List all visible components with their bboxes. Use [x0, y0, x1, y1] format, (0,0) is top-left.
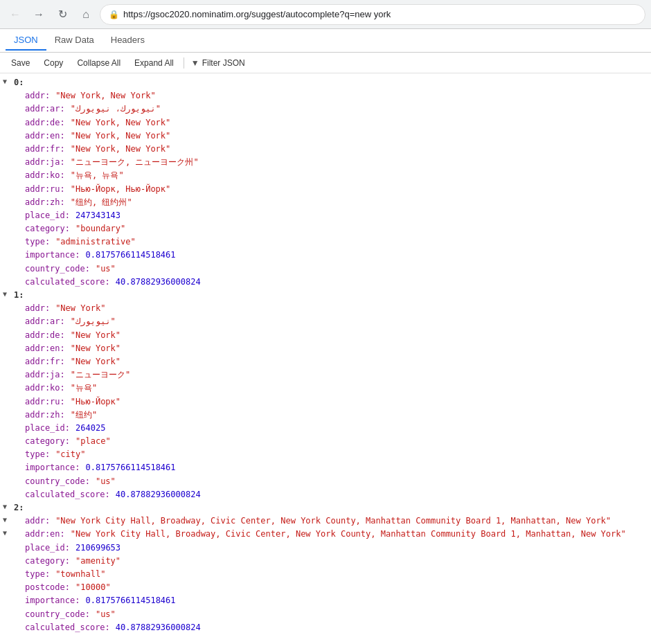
json-field-line: addr:ko:"뉴욕, 뉴욕"	[0, 169, 651, 182]
json-field-line: addr:ja:"ニューヨーク, ニューヨーク州"	[0, 156, 651, 169]
index-line: ▼1:	[0, 289, 651, 302]
copy-button[interactable]: Copy	[38, 57, 69, 69]
tab-headers[interactable]: Headers	[102, 30, 153, 51]
json-field-line: importance:0.8175766114518461	[0, 249, 651, 262]
json-field-line: ▼addr:"New York City Hall, Broadway, Civ…	[0, 515, 651, 528]
json-field-line: category:"boundary"	[0, 222, 651, 235]
json-field-line: addr:zh:"纽约, 纽约州"	[0, 196, 651, 209]
browser-toolbar: ← → ↻ ⌂ 🔒 https://gsoc2020.nominatim.org…	[0, 0, 651, 29]
json-field-line: type:"townhall"	[0, 568, 651, 581]
toggle-arrow[interactable]: ▼	[3, 501, 14, 515]
json-field-line: addr:ja:"ニューヨーク"	[0, 368, 651, 382]
filter-icon: ▼	[191, 58, 199, 68]
json-field-line: importance:0.8175766114518461	[0, 461, 651, 474]
address-bar[interactable]: 🔒 https://gsoc2020.nominatim.org/suggest…	[100, 4, 645, 25]
separator	[184, 57, 184, 69]
json-content[interactable]: ▼0:addr:"New York, New York"addr:ar:"نيو…	[0, 73, 651, 644]
json-tabs: JSON Raw Data Headers	[0, 29, 651, 53]
json-field-line: addr:de:"New York, New York"	[0, 116, 651, 129]
toggle-arrow[interactable]: ▼	[3, 289, 14, 302]
json-field-line: category:"place"	[0, 435, 651, 448]
json-field-line: addr:ru:"Нью-Йорк"	[0, 395, 651, 409]
home-button[interactable]: ⌂	[76, 5, 96, 24]
json-field-line: ▼addr:en:"New York City Hall, Broadway, …	[0, 528, 651, 541]
json-field-line: country_code:"us"	[0, 475, 651, 488]
json-field-line: category:"amenity"	[0, 555, 651, 568]
json-field-line: place_id:247343143	[0, 209, 651, 222]
json-field-line: country_code:"us"	[0, 262, 651, 276]
index-line: ▼0:	[0, 76, 651, 89]
json-field-line: addr:fr:"New York"	[0, 355, 651, 368]
toggle-arrow[interactable]: ▼	[3, 76, 14, 89]
url-text: https://gsoc2020.nominatim.org/suggest/a…	[123, 9, 391, 19]
json-field-line: addr:ar:"نيويورك"	[0, 315, 651, 328]
collapse-all-button[interactable]: Collapse All	[71, 57, 126, 69]
lock-icon: 🔒	[109, 10, 119, 19]
json-field-line: postcode:"10000"	[0, 581, 651, 594]
json-field-line: calculated_score:40.87882936000824	[0, 276, 651, 289]
json-field-line: place_id:264025	[0, 422, 651, 435]
json-field-line: addr:fr:"New York, New York"	[0, 143, 651, 156]
json-toolbar: Save Copy Collapse All Expand All ▼ Filt…	[0, 53, 651, 73]
back-button[interactable]: ←	[6, 5, 25, 24]
json-field-line: addr:zh:"纽约"	[0, 409, 651, 422]
filter-area: ▼ Filter JSON	[191, 58, 245, 68]
json-field-line: addr:de:"New York"	[0, 329, 651, 342]
reload-button[interactable]: ↻	[53, 5, 72, 24]
json-field-line: type:"city"	[0, 448, 651, 461]
json-field-line: addr:"New York"	[0, 302, 651, 315]
json-field-line: addr:ar:"نيويورك، نيويورك"	[0, 102, 651, 116]
json-field-line: addr:ko:"뉴욕"	[0, 382, 651, 395]
json-field-line: calculated_score:40.87882936000824	[0, 488, 651, 501]
json-field-line: place_id:210699653	[0, 542, 651, 555]
json-field-line: addr:en:"New York"	[0, 342, 651, 355]
forward-button[interactable]: →	[29, 5, 48, 24]
expand-all-button[interactable]: Expand All	[129, 57, 179, 69]
filter-label: Filter JSON	[202, 58, 245, 68]
tab-json[interactable]: JSON	[6, 30, 46, 51]
tab-raw-data[interactable]: Raw Data	[46, 30, 102, 51]
json-field-line: addr:ru:"Нью-Йорк, Нью-Йорк"	[0, 183, 651, 196]
save-button[interactable]: Save	[6, 57, 35, 69]
json-field-line: type:"administrative"	[0, 235, 651, 249]
json-field-line: calculated_score:40.87882936000824	[0, 621, 651, 634]
json-field-line: addr:en:"New York, New York"	[0, 129, 651, 143]
index-line: ▼2:	[0, 501, 651, 515]
json-field-line: importance:0.8175766114518461	[0, 594, 651, 607]
json-field-line: addr:"New York, New York"	[0, 89, 651, 102]
json-field-line: country_code:"us"	[0, 608, 651, 621]
